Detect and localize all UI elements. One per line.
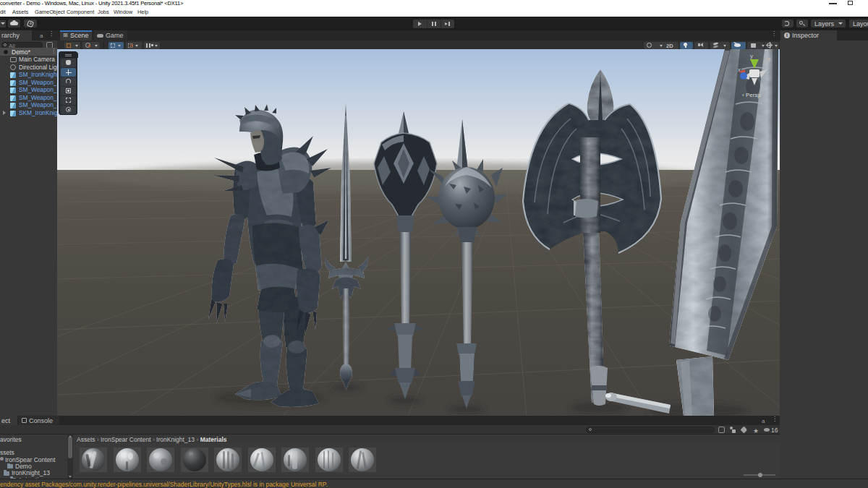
svg-text:‹ Persp: ‹ Persp <box>742 92 761 98</box>
svg-text:y: y <box>750 53 753 59</box>
